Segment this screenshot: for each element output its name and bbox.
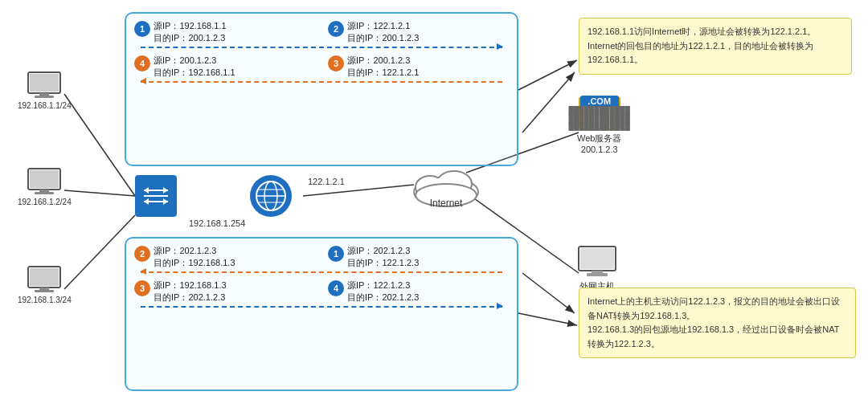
nat-icon — [250, 175, 292, 217]
step-num-4b: 4 — [328, 280, 344, 296]
step-num-3b: 3 — [134, 280, 150, 296]
step-4b-text: 源IP：122.1.2.3 目的IP：202.1.2.3 — [347, 279, 419, 304]
svg-rect-39 — [580, 248, 614, 269]
svg-line-42 — [518, 60, 577, 90]
com-icon: .COM ███████████████████████████████████… — [579, 96, 620, 130]
step-num-4a: 4 — [134, 55, 150, 71]
note-top-text: 192.168.1.1访问Internet时，源地址会被转换为122.1.2.1… — [588, 27, 816, 64]
pc-icon — [27, 265, 62, 294]
step-num-2b: 2 — [134, 246, 150, 262]
svg-marker-26 — [163, 187, 168, 194]
web-server: .COM ███████████████████████████████████… — [577, 96, 621, 154]
pc2-label: 192.168.1.2/24 — [18, 198, 72, 206]
bottom-step-panel: 2 源IP：202.1.2.3 目的IP：192.168.1.3 1 源IP：2… — [125, 237, 518, 391]
pc-icon — [27, 71, 62, 100]
step-3a-text: 源IP：200.1.2.3 目的IP：122.1.2.1 — [347, 55, 419, 80]
svg-rect-41 — [587, 273, 608, 276]
diagram: 192.168.1.1/24 192.168.1.2/24 192.168.1.… — [0, 0, 868, 416]
svg-rect-12 — [30, 74, 59, 92]
switch — [135, 175, 177, 217]
internet-label: Internet — [430, 198, 463, 209]
svg-line-43 — [518, 313, 577, 325]
svg-line-3 — [303, 185, 414, 196]
svg-rect-16 — [30, 170, 59, 188]
computer-1: 192.168.1.1/24 — [18, 71, 72, 110]
top-step-panel: 1 源IP：192.168.1.1 目的IP：200.1.2.3 2 源IP：1… — [125, 12, 518, 166]
svg-line-1 — [64, 190, 135, 196]
switch-icon — [141, 181, 171, 211]
svg-rect-11 — [35, 96, 54, 98]
step-num-1a: 1 — [134, 21, 150, 37]
step-2b-text: 源IP：202.1.2.3 目的IP：192.168.1.3 — [154, 245, 235, 270]
svg-line-6 — [522, 72, 575, 133]
computer-3: 192.168.1.3/24 — [18, 265, 72, 304]
svg-marker-24 — [144, 187, 149, 194]
pc1-label: 192.168.1.1/24 — [18, 101, 72, 110]
svg-marker-27 — [144, 198, 149, 205]
svg-rect-20 — [30, 268, 59, 286]
step-1a-text: 源IP：192.168.1.1 目的IP：200.1.2.3 — [154, 20, 227, 45]
pc3-label: 192.168.1.3/24 — [18, 296, 72, 304]
nat-left-label: 192.168.1.254 — [189, 218, 245, 228]
step-4a-text: 源IP：200.1.2.3 目的IP：192.168.1.1 — [154, 55, 235, 80]
step-2a-text: 源IP：122.1.2.1 目的IP：200.1.2.3 — [347, 20, 419, 45]
note-bottom: Internet上的主机主动访问122.1.2.3，报文的目的地址会被出口设备N… — [579, 288, 856, 358]
svg-marker-25 — [163, 198, 168, 205]
step-3b-text: 源IP：192.168.1.3 目的IP：202.1.2.3 — [154, 279, 227, 304]
svg-rect-19 — [35, 290, 54, 292]
web-server-ip: 200.1.2.3 — [581, 145, 618, 154]
nat-right-label: 122.1.2.1 — [308, 177, 345, 186]
nat-router: NAT — [261, 175, 280, 188]
web-server-label: Web服务器 — [577, 133, 621, 145]
com-bottom-lines: ████████████████████████████████████ — [568, 107, 630, 131]
step-num-2a: 2 — [328, 21, 344, 37]
step-1b-text: 源IP：202.1.2.3 目的IP：122.1.2.3 — [347, 245, 419, 270]
pc-icon — [27, 167, 62, 196]
note-bottom-text: Internet上的主机主动访问122.1.2.3，报文的目的地址会被出口设备N… — [588, 296, 840, 349]
step-num-1b: 1 — [328, 246, 344, 262]
note-top: 192.168.1.1访问Internet时，源地址会被转换为122.1.2.1… — [579, 18, 852, 75]
computer-2: 192.168.1.2/24 — [18, 167, 72, 206]
router-icon — [255, 180, 287, 212]
svg-line-7 — [522, 273, 575, 313]
step-num-3a: 3 — [328, 55, 344, 71]
svg-rect-15 — [35, 192, 54, 194]
outer-machine-icon — [577, 245, 617, 279]
